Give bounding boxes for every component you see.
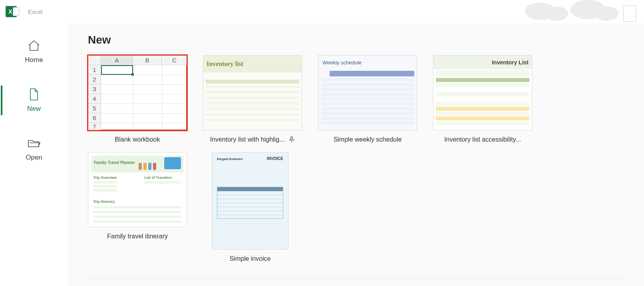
left-navigation: Home New Open	[0, 23, 68, 286]
account-button[interactable]	[623, 6, 636, 22]
thumb-title: Inventory List	[433, 56, 532, 69]
thumb-title: INVOICE	[267, 156, 283, 161]
thumb-title: Inventory list	[203, 56, 302, 72]
template-label: Family travel itinerary	[107, 233, 168, 240]
template-label: Simple weekly schedule	[334, 136, 402, 143]
template-blank-workbook[interactable]: A B C 1 2 3 4 5 6 7	[88, 55, 187, 143]
col-header: A	[101, 56, 133, 65]
svg-point-1	[544, 6, 568, 21]
template-thumb-blank: A B C 1 2 3 4 5 6 7	[88, 55, 187, 130]
template-weekly-schedule[interactable]: Weekly schedule Simple weekly schedule	[318, 55, 417, 143]
excel-app-icon: X	[6, 6, 17, 17]
nav-home[interactable]: Home	[0, 39, 68, 64]
nav-open[interactable]: Open	[0, 137, 68, 162]
thumb-section: Trip Itinerary	[93, 200, 115, 204]
template-thumb-inventory-list: Inventory list	[203, 55, 302, 130]
template-thumb-inventory2: Inventory List	[433, 55, 532, 130]
new-file-icon	[27, 88, 41, 101]
template-inventory-list-highlight[interactable]: Inventory list Inventory list with highl…	[203, 55, 302, 143]
row-header: 4	[88, 94, 101, 104]
row-header: 2	[88, 75, 101, 84]
pin-icon[interactable]	[288, 136, 295, 143]
excel-app-icon-letter: X	[8, 8, 12, 15]
thumb-title: Family Travel Planner	[94, 160, 135, 165]
row-header: 7	[88, 123, 101, 130]
template-label: Simple invoice	[229, 255, 270, 262]
thumb-brand: Elegant Embrace	[217, 157, 243, 161]
template-family-travel[interactable]: Family Travel Planner Trip Overview List…	[88, 152, 187, 262]
thumb-section: Trip Overview	[93, 176, 117, 180]
row-header: 5	[88, 104, 101, 113]
nav-open-label: Open	[26, 154, 42, 162]
thumb-title: Weekly schedule	[322, 60, 362, 66]
svg-point-3	[594, 6, 618, 21]
divider	[88, 278, 624, 279]
thumb-section: List of Travelers	[144, 176, 172, 180]
template-thumb-weekly: Weekly schedule	[318, 55, 417, 130]
row-header: 6	[88, 113, 101, 123]
template-label: Inventory list accessibility...	[444, 136, 521, 143]
page-title: New	[88, 34, 624, 46]
template-simple-invoice[interactable]: Elegant Embrace INVOICE Simple invoice	[203, 152, 297, 262]
decorative-clouds	[516, 0, 628, 23]
row-header: 1	[88, 65, 101, 75]
main-content: New A B C 1 2 3 4 5 6 7	[68, 23, 644, 286]
home-icon	[27, 39, 41, 52]
nav-home-label: Home	[25, 56, 43, 64]
title-bar: X Excel	[0, 0, 644, 23]
open-folder-icon	[27, 137, 41, 150]
nav-new-label: New	[27, 105, 41, 113]
template-inventory-accessibility[interactable]: Inventory List Inventory list accessibil…	[433, 55, 532, 143]
row-header: 3	[88, 84, 101, 94]
col-header: C	[162, 56, 187, 65]
template-label: Blank workbook	[115, 136, 160, 143]
nav-new[interactable]: New	[0, 88, 68, 113]
app-name-label: Excel	[28, 8, 43, 15]
template-label: Inventory list with highlig...	[210, 136, 285, 143]
template-thumb-family: Family Travel Planner Trip Overview List…	[88, 152, 187, 227]
template-grid: A B C 1 2 3 4 5 6 7	[88, 55, 624, 262]
template-thumb-invoice: Elegant Embrace INVOICE	[212, 152, 288, 250]
col-header: B	[133, 56, 162, 65]
